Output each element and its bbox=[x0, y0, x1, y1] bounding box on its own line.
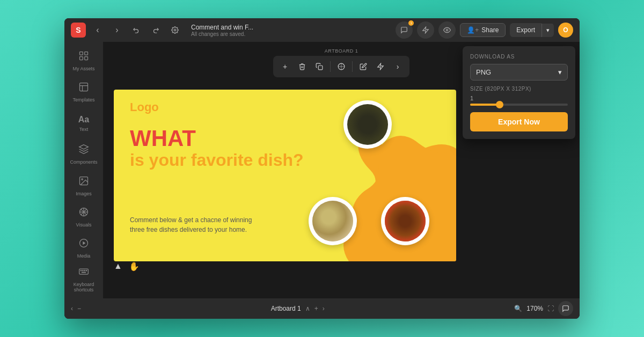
artboard-next-button[interactable]: › bbox=[323, 305, 325, 312]
food-plate-2 bbox=[309, 197, 357, 245]
comment-badge: 1 bbox=[408, 20, 414, 26]
title-section: Comment and win F... All changes are sav… bbox=[191, 24, 391, 37]
zoom-fit-icon[interactable]: ⛶ bbox=[547, 305, 554, 312]
artboard-add-button[interactable]: + bbox=[314, 305, 318, 312]
sidebar-label-templates: Templates bbox=[72, 97, 94, 102]
sidebar-item-visuals[interactable]: Visuals bbox=[67, 202, 101, 231]
subtext-line2: three free dishes delivered to your home… bbox=[130, 225, 252, 235]
sidebar-label-keyboard: Keyboard shortcuts bbox=[67, 282, 101, 294]
export-now-button[interactable]: Export Now bbox=[470, 112, 568, 131]
keyboard-icon bbox=[78, 266, 89, 280]
svg-marker-1 bbox=[423, 27, 429, 33]
lightning-button[interactable] bbox=[417, 21, 434, 39]
canvas-content: Logo WHAT is your favorite dish? Comment… bbox=[114, 74, 456, 277]
size-label: SIZE (820PX X 312PX) bbox=[470, 86, 568, 92]
share-button[interactable]: 👤+ Share bbox=[460, 23, 506, 37]
cursor-area: ▲ ✋ bbox=[114, 261, 140, 272]
sidebar-label-components: Components bbox=[70, 159, 97, 165]
artboard-canvas[interactable]: Logo WHAT is your favorite dish? Comment… bbox=[114, 90, 456, 261]
export-dropdown-button[interactable]: ▾ bbox=[541, 24, 554, 37]
toolbar-add-button[interactable]: + bbox=[277, 59, 292, 74]
zoom-level: 170% bbox=[526, 305, 543, 312]
size-slider-thumb bbox=[496, 101, 503, 108]
comment-bubble-button[interactable] bbox=[558, 301, 573, 316]
preview-button[interactable] bbox=[438, 21, 456, 39]
food-1 bbox=[347, 104, 389, 145]
format-value: PNG bbox=[476, 68, 491, 76]
svg-point-2 bbox=[447, 29, 449, 31]
bottom-left: ‹ − bbox=[71, 305, 81, 312]
headline-rest: is your favorite dish? bbox=[130, 150, 304, 170]
images-icon bbox=[78, 175, 89, 189]
my-assets-icon bbox=[78, 50, 89, 64]
toolbar-delete-button[interactable] bbox=[295, 59, 310, 74]
artboard-logo: Logo bbox=[130, 100, 159, 114]
user-avatar[interactable]: O bbox=[558, 23, 573, 38]
bottom-center: Artboard 1 ∧ + › bbox=[271, 305, 325, 312]
toolbar-edit-button[interactable] bbox=[356, 59, 371, 74]
size-slider-track[interactable] bbox=[470, 104, 568, 106]
document-title: Comment and win F... bbox=[191, 24, 391, 31]
top-bar: S ‹ › Comment and win F... All changes a… bbox=[64, 18, 580, 42]
format-select[interactable]: PNG ▾ bbox=[470, 64, 568, 80]
sidebar-label-images: Images bbox=[76, 191, 92, 196]
sidebar-label-text: Text bbox=[79, 127, 89, 132]
svg-rect-15 bbox=[79, 269, 89, 274]
toolbar-duplicate-button[interactable] bbox=[312, 59, 327, 74]
share-icon: 👤+ bbox=[467, 26, 479, 34]
save-status: All changes are saved. bbox=[191, 31, 391, 37]
export-main-button[interactable]: Export bbox=[510, 23, 541, 37]
forward-button[interactable]: › bbox=[109, 23, 125, 38]
toolbar-more-button[interactable]: › bbox=[390, 59, 405, 74]
sidebar-label-media: Media bbox=[77, 253, 91, 259]
sidebar-label-visuals: Visuals bbox=[76, 222, 92, 228]
top-bar-right: 1 👤+ Share Export ▾ O bbox=[396, 21, 573, 39]
sidebar-item-components[interactable]: Components bbox=[67, 140, 101, 169]
sidebar-item-images[interactable]: Images bbox=[67, 171, 101, 200]
bottom-right: 🔍 170% ⛶ bbox=[514, 301, 573, 316]
format-dropdown-icon: ▾ bbox=[558, 68, 562, 76]
export-panel-title: DOWNLOAD AS bbox=[470, 54, 568, 60]
sidebar-item-templates[interactable]: Templates bbox=[67, 77, 101, 106]
food-plate-1 bbox=[343, 100, 392, 149]
redo-button[interactable] bbox=[148, 23, 163, 38]
food-2 bbox=[312, 201, 354, 242]
sidebar-item-keyboard[interactable]: Keyboard shortcuts bbox=[67, 265, 101, 294]
food-3 bbox=[385, 201, 426, 242]
export-panel: DOWNLOAD AS PNG ▾ SIZE (820PX X 312PX) 1… bbox=[463, 46, 575, 139]
svg-rect-4 bbox=[85, 52, 88, 55]
svg-rect-21 bbox=[318, 65, 323, 70]
svg-marker-22 bbox=[378, 63, 384, 70]
artboard-toolbar: ARTBOARD 1 + bbox=[273, 48, 409, 77]
svg-rect-6 bbox=[85, 56, 88, 60]
svg-point-11 bbox=[82, 178, 83, 180]
hand-cursor[interactable]: ✋ bbox=[129, 261, 140, 272]
export-btn-group: Export ▾ bbox=[510, 23, 554, 37]
toolbar-color-button[interactable] bbox=[334, 59, 349, 74]
artboard-headline: WHAT is your favorite dish? bbox=[130, 127, 304, 170]
artboard-up-button[interactable]: ∧ bbox=[305, 305, 310, 312]
templates-icon bbox=[78, 82, 89, 95]
pointer-cursor[interactable]: ▲ bbox=[114, 261, 122, 272]
app-window: S ‹ › Comment and win F... All changes a… bbox=[64, 18, 580, 319]
settings-button[interactable] bbox=[167, 23, 182, 38]
media-icon bbox=[78, 238, 89, 251]
sidebar-item-media[interactable]: Media bbox=[67, 234, 101, 263]
sidebar-item-my-assets[interactable]: My Assets bbox=[67, 46, 101, 75]
toolbar-animate-button[interactable] bbox=[373, 59, 388, 74]
svg-rect-3 bbox=[80, 52, 83, 55]
back-button[interactable]: ‹ bbox=[90, 23, 105, 38]
sidebar-item-text[interactable]: Aa Text bbox=[67, 109, 101, 138]
comments-button[interactable]: 1 bbox=[396, 21, 413, 39]
undo-button[interactable] bbox=[129, 23, 144, 38]
canvas-area: ARTBOARD 1 + bbox=[103, 42, 580, 298]
components-icon bbox=[78, 144, 89, 157]
svg-marker-14 bbox=[83, 241, 85, 245]
zoom-out-button[interactable]: − bbox=[77, 305, 81, 312]
app-logo[interactable]: S bbox=[71, 23, 86, 38]
text-icon: Aa bbox=[78, 115, 89, 124]
toolbar-pills: + bbox=[273, 56, 409, 77]
sidebar: My Assets Templates Aa Text bbox=[64, 42, 103, 298]
artboard-nav-name: Artboard 1 bbox=[271, 305, 301, 312]
prev-artboard-button[interactable]: ‹ bbox=[71, 305, 73, 312]
